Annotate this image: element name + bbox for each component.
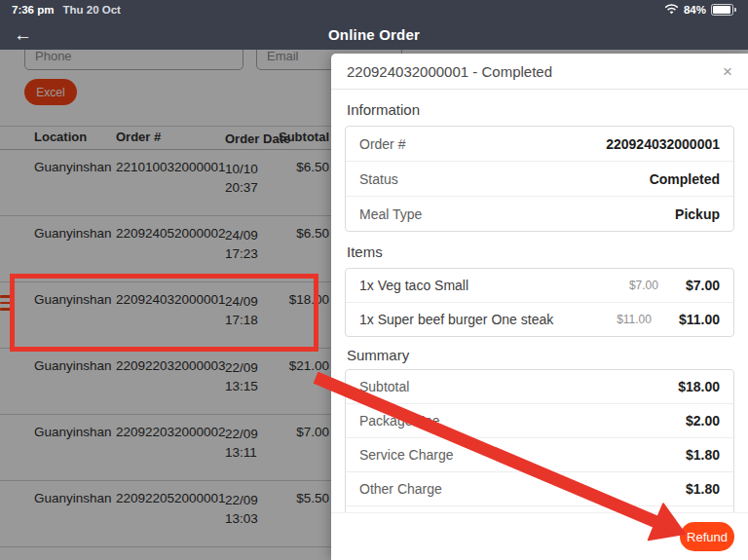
summary-value: $18.00 — [678, 379, 720, 394]
panel-header: 220924032000001 - Completed × — [331, 54, 748, 90]
summary-heading: Summary — [347, 347, 732, 363]
information-heading: Information — [347, 101, 732, 118]
order-detail-panel: 220924032000001 - Completed × Informatio… — [331, 54, 748, 560]
info-row: Meal Type Pickup — [346, 197, 733, 231]
panel-footer: Refund — [331, 512, 748, 560]
summary-label: Package Fee — [359, 413, 686, 429]
panel-body: Information Order # 220924032000001 Stat… — [331, 90, 748, 513]
battery-icon — [711, 4, 736, 16]
info-label: Meal Type — [359, 206, 675, 222]
page-title: Online Order — [0, 26, 748, 43]
nav-bar: ← Online Order — [0, 19, 748, 50]
summary-value: $1.80 — [686, 481, 720, 497]
panel-title: 220924032000001 - Completed — [347, 63, 723, 80]
items-heading: Items — [347, 243, 732, 260]
item-unit-price: $7.00 — [629, 279, 658, 292]
summary-label: Service Charge — [359, 447, 686, 463]
summary-value: $2.00 — [686, 413, 720, 429]
summary-card: Subtotal $18.00 Package Fee $2.00 Servic… — [345, 369, 734, 513]
status-date: Thu 20 Oct — [62, 4, 120, 16]
status-bar: 7:36 pm Thu 20 Oct 84% — [0, 0, 748, 19]
info-value: Completed — [650, 171, 720, 187]
close-icon[interactable]: × — [723, 63, 732, 80]
items-card: 1x Veg taco Small $7.00 $7.00 1x Super b… — [345, 268, 734, 337]
info-value: Pickup — [675, 206, 720, 222]
item-total: $11.00 — [679, 312, 720, 327]
information-card: Order # 220924032000001 Status Completed… — [345, 126, 734, 232]
item-row: 1x Super beef burger One steak $11.00 $1… — [346, 303, 733, 336]
status-time: 7:36 pm — [12, 4, 54, 16]
info-label: Status — [359, 171, 650, 187]
item-name: 1x Veg taco Small — [359, 278, 629, 293]
summary-row: Other Charge $1.80 — [346, 472, 733, 506]
summary-label: Subtotal — [359, 379, 678, 394]
item-unit-price: $11.00 — [617, 313, 652, 326]
summary-value: $1.80 — [686, 447, 720, 463]
wifi-icon — [664, 4, 679, 17]
summary-row: Service Charge $1.80 — [346, 438, 733, 472]
back-icon[interactable]: ← — [14, 19, 32, 50]
info-row: Status Completed — [346, 162, 733, 197]
info-label: Order # — [359, 136, 606, 152]
item-total: $7.00 — [686, 278, 720, 293]
item-row: 1x Veg taco Small $7.00 $7.00 — [346, 269, 733, 303]
battery-percent: 84% — [684, 4, 706, 16]
app-screen: 7:36 pm Thu 20 Oct 84% ← Online Order Ex… — [0, 0, 748, 560]
refund-button[interactable]: Refund — [680, 522, 734, 551]
summary-label: Other Charge — [359, 481, 686, 497]
info-value: 220924032000001 — [606, 136, 720, 152]
info-row: Order # 220924032000001 — [346, 127, 733, 162]
summary-row: Package Fee $2.00 — [346, 404, 733, 438]
summary-row: Subtotal $18.00 — [346, 370, 733, 404]
item-name: 1x Super beef burger One steak — [359, 312, 617, 327]
